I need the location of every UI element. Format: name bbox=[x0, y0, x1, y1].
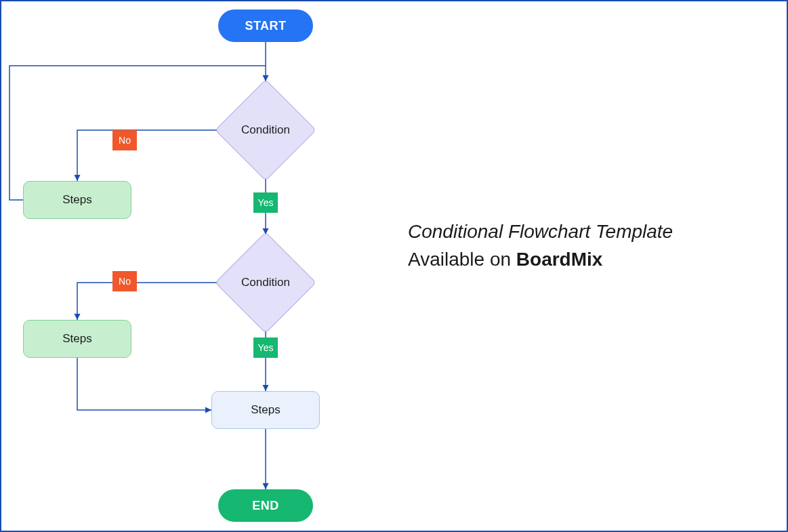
steps-node-3: Steps bbox=[211, 391, 320, 429]
start-node: START bbox=[218, 9, 313, 42]
condition-node-2: Condition bbox=[215, 232, 316, 333]
caption-brand: BoardMix bbox=[516, 249, 603, 270]
end-label: END bbox=[252, 499, 279, 513]
no-text: No bbox=[119, 276, 131, 287]
branch-label-no-1: No bbox=[112, 130, 137, 150]
condition-node-1: Condition bbox=[215, 79, 316, 181]
yes-text: Yes bbox=[258, 342, 274, 353]
branch-label-no-2: No bbox=[112, 271, 137, 291]
caption-prefix: Available on bbox=[408, 249, 516, 270]
steps-node-1: Steps bbox=[23, 181, 131, 219]
steps-label: Steps bbox=[251, 403, 280, 417]
start-label: START bbox=[245, 19, 286, 33]
steps-node-2: Steps bbox=[23, 320, 131, 358]
branch-label-yes-1: Yes bbox=[253, 192, 278, 213]
condition-label: Condition bbox=[215, 123, 316, 137]
yes-text: Yes bbox=[258, 197, 274, 208]
caption-subtitle: Available on BoardMix bbox=[408, 246, 673, 274]
branch-label-yes-2: Yes bbox=[253, 337, 278, 358]
steps-label: Steps bbox=[62, 332, 91, 346]
condition-label: Condition bbox=[215, 276, 316, 289]
no-text: No bbox=[119, 135, 131, 146]
caption-title: Conditional Flowchart Template bbox=[408, 218, 673, 246]
caption-block: Conditional Flowchart Template Available… bbox=[408, 218, 673, 273]
steps-label: Steps bbox=[62, 193, 91, 207]
end-node: END bbox=[218, 489, 313, 522]
flowchart-canvas: START Condition No Yes Steps Condition N… bbox=[0, 0, 788, 532]
